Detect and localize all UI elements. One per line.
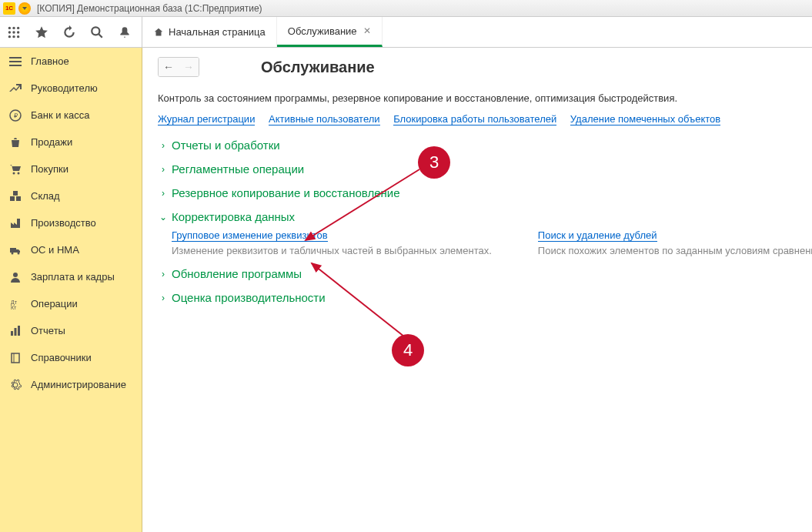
apps-icon[interactable]	[0, 17, 28, 48]
top-links: Журнал регистрации Активные пользователи…	[158, 113, 797, 125]
sidebar-item-salary[interactable]: Зарплата и кадры	[0, 263, 142, 290]
svg-point-5	[17, 31, 19, 33]
section-head-reports[interactable]: ›Отчеты и обработки	[158, 139, 797, 152]
sidebar-item-operations[interactable]: ДтКтОперации	[0, 290, 142, 317]
sidebar-item-reports[interactable]: Отчеты	[0, 317, 142, 344]
nav-arrows: ← →	[158, 57, 199, 77]
boxes-icon	[8, 189, 23, 204]
svg-rect-13	[9, 65, 22, 66]
svg-point-7	[12, 35, 15, 37]
chevron-right-icon: ›	[158, 164, 169, 175]
sidebar-item-label: Руководителю	[31, 82, 98, 94]
sidebar-item-label: Производство	[31, 217, 96, 229]
sidebar-item-production[interactable]: Производство	[0, 209, 142, 236]
svg-point-17	[18, 172, 20, 174]
annotation-3: 3	[418, 146, 450, 179]
svg-point-23	[18, 252, 20, 254]
svg-rect-27	[11, 331, 13, 336]
section-head-scheduled[interactable]: ›Регламентные операции	[158, 162, 797, 176]
svg-point-16	[13, 172, 15, 174]
sidebar-item-warehouse[interactable]: Склад	[0, 182, 142, 209]
svg-point-0	[8, 26, 11, 28]
sidebar-item-catalogs[interactable]: Справочники	[0, 344, 142, 371]
section-head-data-correction[interactable]: ⌄Корректировка данных	[158, 210, 797, 223]
sidebar-item-sales[interactable]: Продажи	[0, 129, 142, 156]
bell-icon[interactable]	[111, 17, 139, 48]
section-head-backup[interactable]: ›Резервное копирование и восстановление	[158, 186, 797, 199]
chevron-right-icon: ›	[158, 188, 169, 199]
sidebar-item-manager[interactable]: Руководителю	[0, 75, 142, 102]
close-icon[interactable]: ✕	[363, 25, 371, 36]
page-title: Обслуживание	[261, 59, 375, 76]
bar-chart-icon	[8, 323, 23, 339]
svg-rect-30	[12, 353, 19, 363]
link-registration-log[interactable]: Журнал регистрации	[158, 113, 255, 125]
operations-icon: ДтКт	[8, 296, 23, 312]
link-find-duplicates[interactable]: Поиск и удаление дублей	[538, 229, 657, 242]
section-body-data-correction: Групповое изменение реквизитов Изменение…	[172, 229, 797, 256]
tab-maintenance[interactable]: Обслуживание ✕	[277, 17, 383, 47]
back-button[interactable]: ←	[159, 58, 179, 76]
section-reports: ›Отчеты и обработки	[158, 139, 797, 152]
sidebar: Главное Руководителю ₽Банк и касса Прода…	[0, 48, 142, 532]
chevron-right-icon: ›	[158, 269, 169, 279]
favorites-icon[interactable]	[28, 17, 55, 48]
chevron-down-icon: ⌄	[158, 212, 169, 223]
titlebar: 1C [КОПИЯ] Демонстрационная база (1С:Пре…	[0, 0, 812, 17]
section-title: Отчеты и обработки	[172, 139, 280, 152]
chevron-right-icon: ›	[158, 140, 169, 151]
app-logo-icon: 1C	[3, 2, 15, 15]
sidebar-item-main[interactable]: Главное	[0, 48, 142, 75]
sidebar-item-label: Справочники	[31, 352, 92, 363]
section-title: Оценка производительности	[172, 291, 326, 304]
section-head-update[interactable]: ›Обновление программы	[158, 267, 797, 280]
link-block-users[interactable]: Блокировка работы пользователей	[393, 113, 556, 125]
section-scheduled: ›Регламентные операции	[158, 162, 797, 176]
sidebar-item-label: Зарплата и кадры	[31, 271, 115, 283]
tab-home[interactable]: Начальная страница	[142, 17, 277, 47]
svg-point-9	[92, 27, 99, 35]
section-title: Регламентные операции	[172, 162, 304, 176]
section-update: ›Обновление программы	[158, 267, 797, 280]
home-icon	[153, 27, 164, 38]
svg-rect-20	[13, 191, 18, 196]
desc-group-change-props: Изменение реквизитов и табличных частей …	[172, 245, 492, 256]
svg-rect-29	[18, 326, 20, 336]
sidebar-item-assets[interactable]: ОС и НМА	[0, 236, 142, 263]
gear-icon	[8, 377, 23, 393]
tabs: Начальная страница Обслуживание ✕	[142, 17, 383, 47]
svg-rect-11	[9, 57, 22, 59]
factory-icon	[8, 216, 23, 231]
sidebar-item-bank[interactable]: ₽Банк и касса	[0, 102, 142, 129]
svg-point-4	[12, 31, 15, 33]
section-backup: ›Резервное копирование и восстановление	[158, 186, 797, 199]
section-head-performance[interactable]: ›Оценка производительности	[158, 291, 797, 304]
section-performance: ›Оценка производительности	[158, 291, 797, 304]
sidebar-item-label: ОС и НМА	[31, 244, 79, 256]
svg-point-2	[17, 26, 19, 28]
link-group-change-props[interactable]: Групповое изменение реквизитов	[172, 229, 328, 242]
desc-find-duplicates: Поиск похожих элементов по заданным усло…	[538, 245, 812, 256]
sidebar-item-label: Банк и касса	[31, 109, 90, 121]
link-active-users[interactable]: Активные пользователи	[269, 113, 380, 125]
sidebar-item-admin[interactable]: Администрирование	[0, 371, 142, 398]
tab-home-label: Начальная страница	[169, 26, 266, 38]
history-icon[interactable]	[55, 17, 83, 48]
bag-icon	[8, 135, 23, 150]
sidebar-item-label: Главное	[31, 55, 69, 67]
book-icon	[8, 350, 23, 366]
svg-point-6	[8, 35, 11, 37]
forward-button[interactable]: →	[179, 58, 199, 76]
sidebar-item-label: Покупки	[31, 163, 69, 175]
svg-point-8	[17, 35, 19, 37]
svg-line-10	[99, 34, 102, 38]
window-title: [КОПИЯ] Демонстрационная база (1С:Предпр…	[37, 3, 262, 14]
sidebar-item-purchases[interactable]: Покупки	[0, 156, 142, 182]
svg-point-1	[12, 26, 15, 28]
sidebar-item-label: Операции	[31, 298, 78, 309]
sidebar-item-label: Отчеты	[31, 325, 65, 336]
chart-up-icon	[8, 81, 23, 96]
search-icon[interactable]	[83, 17, 111, 48]
app-menu-dropdown[interactable]	[18, 2, 31, 15]
link-delete-marked[interactable]: Удаление помеченных объектов	[570, 113, 720, 125]
